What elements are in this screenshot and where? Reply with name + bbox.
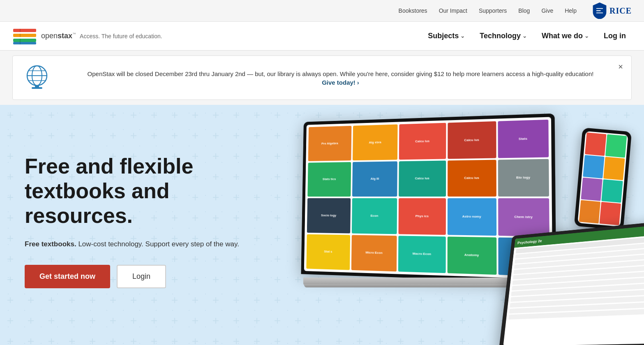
- phone-book-tile: [601, 179, 623, 203]
- svg-rect-0: [13, 29, 36, 32]
- svg-rect-1: [13, 34, 36, 37]
- announcement-banner: OpenStax will be closed December 23rd th…: [12, 56, 632, 100]
- what-we-do-label: What we do: [542, 32, 583, 40]
- tablet-mockup: Psychology 2e: [499, 221, 644, 345]
- blog-link[interactable]: Blog: [518, 7, 530, 14]
- give-link[interactable]: Give: [541, 7, 553, 14]
- phone-book-tile: [583, 155, 604, 178]
- book-tile: Stat s: [306, 234, 350, 270]
- book-tile: Chem istry: [498, 198, 549, 236]
- svg-rect-13: [35, 86, 39, 87]
- logo-area: openstax™ Access. The future of educatio…: [12, 27, 422, 45]
- what-we-do-chevron-icon: ⌄: [584, 33, 589, 39]
- book-tile: Calcu lus: [399, 123, 446, 160]
- hero-subtitle: Free textbooks. Low-cost technology. Sup…: [25, 240, 255, 248]
- get-started-button[interactable]: Get started now: [25, 265, 110, 288]
- book-tile: Anatomy: [447, 236, 496, 275]
- technology-nav-item[interactable]: Technology ⌄: [474, 28, 533, 44]
- book-tile: Stats tics: [307, 162, 351, 197]
- rice-label: RICE: [609, 6, 632, 16]
- book-tile: Micro Econ: [351, 235, 397, 271]
- tablet-screen-inner: Psychology 2e: [503, 225, 644, 345]
- give-today-label: Give today!: [322, 79, 355, 86]
- nav-links: Subjects ⌄ Technology ⌄ What we do ⌄ Log…: [422, 28, 632, 44]
- phone-mockup: [574, 127, 632, 230]
- book-tile: Socio logy: [307, 198, 351, 233]
- globe-icon: [23, 63, 51, 92]
- subjects-chevron-icon: ⌄: [460, 33, 465, 39]
- book-tile: Pre Algebra: [308, 126, 352, 161]
- book-tile: Econ: [352, 198, 397, 234]
- subjects-label: Subjects: [428, 32, 459, 40]
- tablet-title: Psychology 2e: [517, 239, 542, 245]
- bookstores-link[interactable]: Bookstores: [399, 7, 427, 14]
- banner-content: OpenStax will be closed December 23rd th…: [60, 69, 621, 86]
- openstax-logo-icon: [12, 27, 37, 45]
- give-today-arrow-icon: ›: [357, 79, 359, 86]
- svg-rect-6: [20, 39, 21, 42]
- logo-stax-part: stax: [58, 32, 72, 40]
- rice-shield-icon: [592, 2, 607, 19]
- hero-buttons: Get started now Login: [25, 265, 255, 288]
- technology-label: Technology: [480, 32, 521, 40]
- svg-rect-2: [13, 39, 36, 42]
- tablet-body: [503, 234, 644, 345]
- phone-book-tile: [585, 132, 606, 156]
- subjects-nav-item[interactable]: Subjects ⌄: [422, 28, 471, 44]
- phone-book-tile: [599, 202, 621, 225]
- hero-section: Free and flexible textbooks and resource…: [0, 105, 644, 345]
- technology-chevron-icon: ⌄: [522, 33, 527, 39]
- book-tile: Astro nomy: [447, 198, 496, 236]
- phone-book-tile: [605, 134, 627, 158]
- book-tile: Bio logy: [498, 159, 549, 197]
- book-tile: Phys ics: [399, 198, 446, 235]
- main-navigation: openstax™ Access. The future of educatio…: [0, 22, 644, 51]
- book-tile: Alg ebra: [353, 124, 398, 160]
- book-tile: Calcu lus: [399, 160, 446, 197]
- rice-logo: RICE: [592, 2, 632, 19]
- hero-content: Free and flexible textbooks and resource…: [25, 130, 255, 288]
- book-tile: Macro Econ: [398, 236, 445, 273]
- svg-rect-7: [20, 42, 21, 44]
- supporters-link[interactable]: Supporters: [479, 7, 507, 14]
- phone-book-tile: [581, 178, 602, 201]
- our-impact-link[interactable]: Our Impact: [439, 7, 467, 14]
- book-tile: Alg III: [352, 161, 397, 197]
- phone-book-tile: [603, 157, 625, 180]
- banner-close-button[interactable]: ×: [618, 63, 623, 71]
- hero-title: Free and flexible textbooks and resource…: [25, 154, 255, 228]
- book-tile: Stats: [498, 120, 549, 158]
- logo-open-part: open: [41, 32, 58, 40]
- hero-subtitle-rest: Low-cost technology. Support every step …: [76, 240, 239, 248]
- banner-message: OpenStax will be closed December 23rd th…: [60, 69, 621, 79]
- svg-rect-4: [20, 29, 21, 32]
- logo-text-area: openstax™ Access. The future of educatio…: [41, 32, 162, 40]
- logo-tm: ™: [72, 32, 76, 36]
- hero-subtitle-bold: Free textbooks.: [25, 240, 76, 248]
- logo-tagline: Access. The future of education.: [80, 33, 162, 39]
- svg-rect-5: [20, 34, 21, 37]
- book-tile: Calcu lus: [448, 121, 496, 159]
- help-link[interactable]: Help: [565, 7, 577, 14]
- login-nav-item[interactable]: Log in: [598, 28, 632, 44]
- hero-login-button[interactable]: Login: [117, 265, 166, 288]
- what-we-do-nav-item[interactable]: What we do ⌄: [536, 28, 595, 44]
- hero-image-area: Pre AlgebraAlg ebraCalcu lusCalcu lusSta…: [270, 105, 644, 345]
- book-tile: Calcu lus: [448, 160, 496, 197]
- give-today-link[interactable]: Give today! ›: [322, 79, 359, 86]
- phone-screen-inner: [577, 131, 628, 227]
- logo-openstax: openstax™: [41, 32, 78, 40]
- phone-book-tile: [579, 200, 600, 224]
- svg-rect-3: [13, 42, 36, 44]
- top-utility-bar: Bookstores Our Impact Supporters Blog Gi…: [0, 0, 644, 22]
- svg-rect-14: [32, 87, 42, 89]
